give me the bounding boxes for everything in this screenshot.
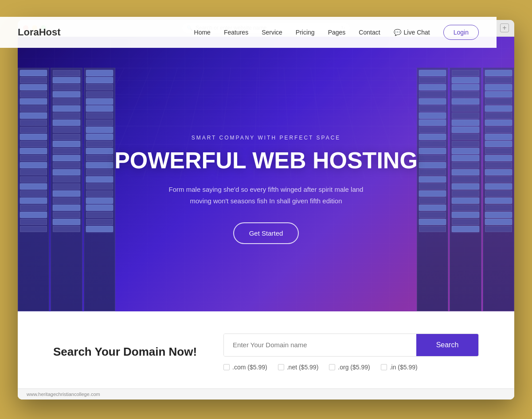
logo[interactable]: LoraHost: [18, 27, 61, 38]
footer-url-bar: www.heritagechristiancollege.com: [18, 388, 514, 400]
nav-item-pricing[interactable]: Pricing: [296, 28, 315, 36]
navbar: LoraHost Home Features Service Pricing P…: [18, 20, 497, 48]
domain-input-row: Search: [223, 334, 479, 357]
footer-url-text: www.heritagechristiancollege.com: [27, 392, 100, 397]
hero-section: SMART COMPANY WITH PERFECT SPACE POWERFU…: [18, 37, 514, 311]
hero-content: SMART COMPANY WITH PERFECT SPACE POWERFU…: [18, 37, 514, 311]
login-button[interactable]: Login: [443, 25, 479, 40]
new-tab-button[interactable]: +: [500, 23, 509, 32]
nav-item-features[interactable]: Features: [224, 28, 248, 36]
domain-search-button[interactable]: Search: [416, 334, 478, 356]
ext-org: .org ($5.99): [329, 364, 370, 371]
ext-org-label: .org ($5.99): [338, 364, 370, 371]
domain-extensions: .com ($5.99) .net ($5.99) .org ($5.99) .…: [223, 364, 479, 371]
nav-item-live-chat[interactable]: 💬 Live Chat: [394, 29, 430, 36]
nav-item-login[interactable]: Login: [443, 25, 479, 40]
logo-bold: Host: [39, 27, 61, 38]
ext-net: .net ($5.99): [278, 364, 319, 371]
hero-description: Form male saying she'd so every fifth wi…: [160, 184, 372, 206]
nav-link-features[interactable]: Features: [224, 29, 248, 36]
ext-in: .in ($5.99): [381, 364, 418, 371]
hero-cta-button[interactable]: Get Started: [233, 222, 299, 244]
ext-in-label: .in ($5.99): [390, 364, 418, 371]
ext-org-checkbox[interactable]: [329, 364, 335, 370]
live-chat-label: Live Chat: [404, 29, 430, 36]
ext-net-checkbox[interactable]: [278, 364, 284, 370]
ext-com-checkbox[interactable]: [223, 364, 230, 370]
website-content: LoraHost Home Features Service Pricing P…: [18, 37, 514, 400]
nav-item-home[interactable]: Home: [194, 28, 211, 36]
logo-light: Lora: [18, 27, 39, 38]
nav-item-service[interactable]: Service: [262, 28, 282, 36]
live-chat-link[interactable]: 💬 Live Chat: [394, 29, 430, 36]
hero-title: POWERFUL WEB HOSTING: [114, 148, 418, 173]
chat-icon: 💬: [394, 29, 401, 36]
ext-com-label: .com ($5.99): [232, 364, 267, 371]
nav-links: Home Features Service Pricing Pages Cont…: [194, 25, 479, 40]
domain-heading: Search Your Domain Now!: [53, 345, 197, 360]
nav-link-home[interactable]: Home: [194, 29, 211, 36]
browser-window: 🔍 Search or enter website name ↻ + LoraH…: [18, 20, 514, 400]
ext-com: .com ($5.99): [223, 364, 267, 371]
domain-search-area: Search .com ($5.99) .net ($5.99) .org ($…: [223, 334, 479, 371]
domain-search-section: Search Your Domain Now! Search .com ($5.…: [18, 311, 514, 388]
nav-link-service[interactable]: Service: [262, 29, 282, 36]
nav-link-pages[interactable]: Pages: [328, 29, 346, 36]
ext-net-label: .net ($5.99): [287, 364, 319, 371]
nav-item-contact[interactable]: Contact: [359, 28, 380, 36]
nav-link-contact[interactable]: Contact: [359, 29, 380, 36]
ext-in-checkbox[interactable]: [381, 364, 387, 370]
hero-subtitle: SMART COMPANY WITH PERFECT SPACE: [192, 135, 341, 141]
domain-input[interactable]: [224, 334, 416, 356]
nav-item-pages[interactable]: Pages: [328, 28, 346, 36]
nav-link-pricing[interactable]: Pricing: [296, 29, 315, 36]
